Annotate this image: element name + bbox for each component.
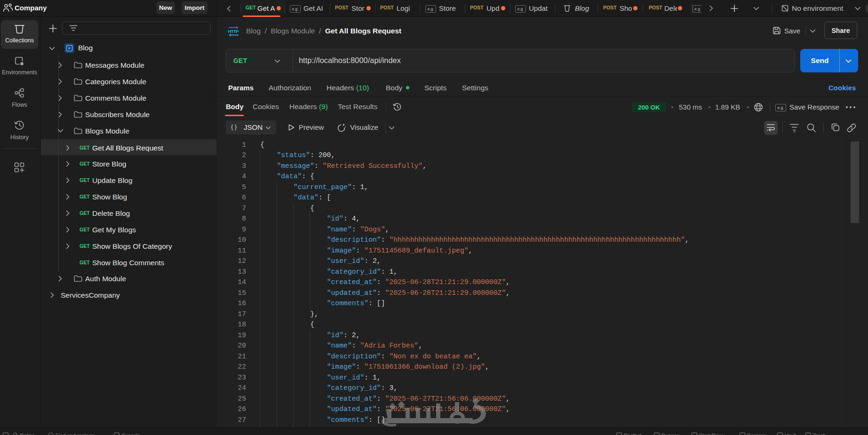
svg-text:HTTP: HTTP (228, 29, 239, 34)
